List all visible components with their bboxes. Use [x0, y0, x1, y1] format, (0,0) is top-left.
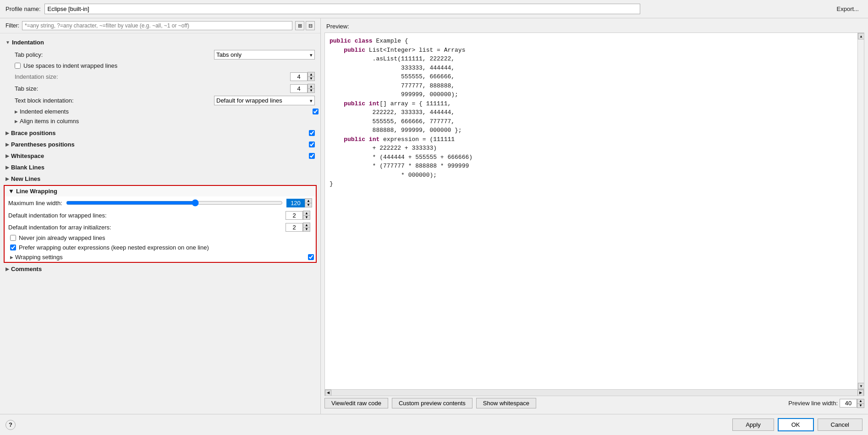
help-icon[interactable]: ?	[5, 420, 16, 430]
preview-bottom-bar: View/edit raw code Custom preview conten…	[324, 396, 864, 410]
max-line-width-down[interactable]: ▼	[305, 203, 312, 207]
filter-collapse-icon[interactable]: ⊟	[306, 21, 315, 30]
align-items-header[interactable]: ▶ Align items in columns	[9, 116, 320, 126]
align-items-row: ▶ Align items in columns	[9, 116, 320, 126]
view-edit-raw-button[interactable]: View/edit raw code	[324, 398, 388, 408]
export-button[interactable]: Export...	[833, 5, 863, 13]
max-line-width-slider[interactable]	[66, 199, 283, 207]
preview-line-width-down[interactable]: ▼	[857, 403, 864, 408]
tab-policy-select[interactable]: Tabs only Spaces only Mixed	[214, 50, 315, 60]
apply-button[interactable]: Apply	[732, 419, 774, 431]
section-comments: ▶ Comments	[0, 264, 320, 274]
tab-size-row: Tab size: ▲ ▼	[9, 82, 320, 94]
parentheses-header[interactable]: ▶ Parentheses positions	[0, 139, 309, 150]
preview-hscroll-right[interactable]: ▶	[857, 390, 864, 396]
wrapping-settings-triangle: ▶	[10, 255, 13, 260]
max-line-width-spinner: ▲ ▼	[286, 198, 312, 207]
tab-size-spinner: ▲ ▼	[290, 84, 315, 93]
parentheses-row: ▶ Parentheses positions	[0, 139, 320, 150]
indentation-size-spinner-btns: ▲ ▼	[308, 72, 315, 81]
indented-elements-checkbox[interactable]	[313, 109, 319, 114]
indentation-content: Tab policy: Tabs only Spaces only Mixed	[0, 48, 320, 127]
custom-preview-button[interactable]: Custom preview contents	[392, 398, 472, 408]
default-indent-array-input[interactable]	[286, 223, 303, 232]
section-blank-lines: ▶ Blank Lines	[0, 162, 320, 173]
default-indent-wrapped-row: Default indentation for wrapped lines: ▲…	[5, 209, 316, 221]
default-indent-array-down[interactable]: ▼	[303, 227, 310, 232]
text-block-value: Default for wrapped lines On column Inde…	[214, 96, 315, 105]
cancel-button[interactable]: Cancel	[818, 419, 863, 431]
show-whitespace-button[interactable]: Show whitespace	[476, 398, 536, 408]
ok-button[interactable]: OK	[778, 418, 814, 431]
use-spaces-checkbox[interactable]	[15, 63, 21, 69]
tab-policy-row: Tab policy: Tabs only Spaces only Mixed	[9, 49, 320, 61]
never-join-row: Never join already wrapped lines	[5, 233, 316, 243]
indentation-size-input[interactable]	[290, 72, 308, 81]
filter-label: Filter:	[5, 22, 19, 29]
comments-header[interactable]: ▶ Comments	[0, 264, 320, 274]
use-spaces-row: Use spaces to indent wrapped lines	[9, 61, 320, 71]
text-block-label: Text block indentation:	[9, 97, 214, 104]
indentation-size-up[interactable]: ▲	[308, 72, 315, 76]
bottom-bar: ? Apply OK Cancel	[0, 414, 868, 435]
default-indent-array-up[interactable]: ▲	[303, 223, 310, 227]
right-panel: Preview: public class Example { public L…	[321, 18, 868, 414]
use-spaces-label: Use spaces to indent wrapped lines	[23, 62, 117, 69]
line-wrapping-label: Line Wrapping	[16, 188, 57, 195]
section-whitespace: ▶ Whitespace	[0, 151, 320, 161]
filter-input[interactable]	[22, 21, 292, 30]
new-lines-triangle: ▶	[5, 176, 9, 181]
brace-triangle: ▶	[5, 130, 9, 136]
section-indentation-header[interactable]: ▼ Indentation	[0, 37, 320, 48]
default-indent-wrapped-spinner: ▲ ▼	[286, 211, 310, 220]
indented-elements-header[interactable]: ▶ Indented elements	[9, 107, 313, 116]
prefer-wrapping-checkbox[interactable]	[10, 245, 16, 250]
max-line-width-input[interactable]	[286, 199, 305, 207]
preview-line-width-spinner: ▲ ▼	[840, 399, 864, 408]
never-join-checkbox[interactable]	[10, 235, 16, 241]
indentation-size-label: Indentation size:	[9, 73, 290, 80]
indented-elements-row: ▶ Indented elements	[9, 107, 320, 116]
tab-size-spinner-btns: ▲ ▼	[308, 84, 315, 93]
text-block-select[interactable]: Default for wrapped lines On column Inde…	[214, 96, 315, 105]
default-indent-wrapped-up[interactable]: ▲	[303, 211, 310, 215]
wrapping-settings-checkbox[interactable]	[308, 254, 314, 260]
text-block-dropdown-wrapper: Default for wrapped lines On column Inde…	[214, 96, 315, 105]
preview-hscroll-left[interactable]: ◀	[325, 390, 331, 396]
wrapping-settings-header[interactable]: ▶ Wrapping settings	[5, 252, 308, 262]
preview-scroll-up[interactable]: ▲	[858, 33, 864, 39]
brace-header[interactable]: ▶ Brace positions	[0, 128, 309, 138]
default-indent-wrapped-down[interactable]: ▼	[303, 215, 310, 220]
default-indent-array-row: Default indentation for array initialize…	[5, 221, 316, 233]
default-indent-wrapped-input[interactable]	[286, 211, 303, 220]
preview-line-width-input[interactable]	[840, 399, 857, 408]
max-line-width-label: Maximum line width:	[8, 200, 62, 207]
preview-line-width-up[interactable]: ▲	[857, 399, 864, 403]
blank-lines-header[interactable]: ▶ Blank Lines	[0, 162, 320, 173]
default-indent-wrapped-btns: ▲ ▼	[303, 211, 310, 220]
indentation-size-row: Indentation size: ▲ ▼	[9, 71, 320, 82]
parentheses-label: Parentheses positions	[11, 141, 75, 148]
whitespace-header[interactable]: ▶ Whitespace	[0, 151, 309, 161]
indentation-size-down[interactable]: ▼	[308, 76, 315, 81]
profile-name-input[interactable]	[44, 4, 640, 14]
align-items-triangle: ▶	[15, 119, 18, 124]
preview-scroll-down[interactable]: ▼	[858, 383, 864, 389]
tab-size-up[interactable]: ▲	[308, 84, 315, 88]
tab-policy-label: Tab policy:	[9, 51, 214, 58]
max-line-width-up[interactable]: ▲	[305, 198, 312, 203]
brace-checkbox[interactable]	[309, 130, 315, 136]
parentheses-checkbox[interactable]	[309, 141, 315, 147]
tab-size-input[interactable]	[290, 84, 308, 93]
default-indent-wrapped-label: Default indentation for wrapped lines:	[8, 212, 286, 219]
tab-size-down[interactable]: ▼	[308, 88, 315, 93]
line-wrapping-triangle: ▼	[8, 188, 14, 195]
prefer-wrapping-row: Prefer wrapping outer expressions (keep …	[5, 243, 316, 252]
preview-inner: public class Example { public List<Integ…	[325, 33, 864, 389]
indentation-label: Indentation	[12, 39, 44, 46]
wrapping-settings-label: Wrapping settings	[15, 254, 63, 261]
new-lines-header[interactable]: ▶ New Lines	[0, 174, 320, 184]
filter-expand-icon[interactable]: ⊞	[295, 21, 304, 30]
whitespace-checkbox[interactable]	[309, 153, 315, 159]
line-wrapping-header[interactable]: ▼ Line Wrapping	[5, 186, 316, 196]
